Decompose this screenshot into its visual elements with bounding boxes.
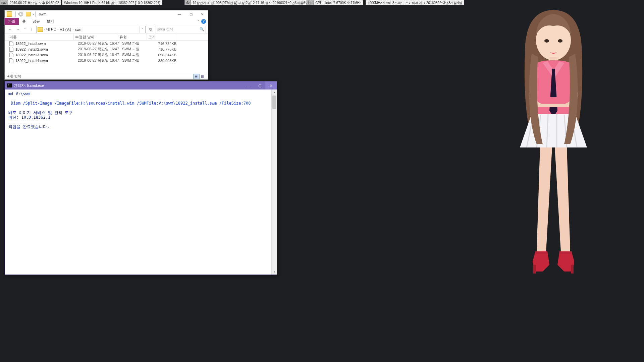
ribbon: 파일 홈 공유 보기 ˅ ? [5,18,208,25]
col-date[interactable]: 수정한 날짜 [74,34,118,40]
minimize-button[interactable]: — [174,10,185,18]
file-name: 18922_install4.swm [15,59,78,63]
search-icon[interactable]: 🔍 [200,27,204,32]
explorer-titlebar[interactable]: ▾ swm — ▢ ✕ [5,10,208,18]
scroll-up-icon[interactable]: ▴ [272,89,277,95]
up-button[interactable]: ↑ [28,26,35,33]
status-label: qaz [0,0,8,5]
scroll-thumb[interactable] [272,96,276,109]
svg-rect-6 [535,252,547,254]
col-type[interactable]: 유형 [118,34,147,40]
cmd-line: 배포 이미지 서비스 및 관리 도구 [8,110,273,115]
file-row[interactable]: 18922_install.swm 2019-06-27 목요일 16:47 S… [5,41,208,46]
wallpaper-character [503,3,604,275]
cmd-window: 관리자: 5.cmd.exe — ▢ ✕ md V:\swm Dism /Spl… [5,81,277,275]
cmd-line: 버전: 10.0.18362.1 [8,115,273,120]
breadcrumb[interactable]: swm [73,27,84,32]
folder-icon [7,11,12,17]
address-bar[interactable]: › 내 PC › V1 (V:) › swm ˅ [36,26,146,33]
file-list: 18922_install.swm 2019-06-27 목요일 16:47 S… [5,41,208,63]
file-date: 2019-06-27 목요일 16:47 [78,58,122,63]
view-icons-button[interactable]: ▦ [199,74,205,79]
address-row: ← → ˅ ↑ › 내 PC › V1 (V:) › swm ˅ ↻ swm 검… [5,25,208,34]
minimize-button[interactable]: — [243,81,254,89]
disk-icon[interactable] [18,12,23,16]
file-date: 2019-06-27 목요일 16:47 [78,52,122,57]
file-row[interactable]: 18922_install2.swm 2019-06-27 목요일 16:47 … [5,46,208,52]
file-icon [9,58,13,63]
window-title: 관리자: 5.cmd.exe [14,83,44,88]
refresh-button[interactable]: ↻ [147,26,154,33]
address-dropdown-icon[interactable]: ˅ [139,26,145,33]
maximize-button[interactable]: ▢ [185,10,197,18]
status-ihn: ihn CPU : Intel i7-6700K 4417MHz [307,0,363,5]
tab-view[interactable]: 보기 [43,18,57,25]
status-qaz: qaz 2019.06.27 목요일 오후 04:50:02 [0,0,61,5]
file-type: SWM 파일 [122,52,151,57]
svg-rect-3 [549,57,557,65]
forward-button[interactable]: → [15,26,21,33]
breadcrumb[interactable]: V1 (V:) [58,27,72,32]
status-windows: Windows 10 19H1 Pro K 64 bit 빌드:18362.20… [62,0,162,5]
file-row[interactable]: 18922_install3.swm 2019-06-27 목요일 16:47 … [5,52,208,58]
tab-share[interactable]: 공유 [29,18,43,25]
svg-point-2 [558,39,562,43]
file-size: 716,734KB [151,42,181,46]
col-name[interactable]: 이름 [8,34,74,40]
tab-file[interactable]: 파일 [5,18,19,25]
close-button[interactable]: ✕ [197,10,208,18]
file-icon [9,53,13,57]
file-size: 698,314KB [151,53,181,57]
back-button[interactable]: ← [7,26,13,33]
folder-icon [38,27,43,32]
status-value: CPU : Intel i7-6700K 4417MHz [314,0,363,5]
close-button[interactable]: ✕ [265,81,277,89]
cmd-line: Dism /Split-Image /ImageFile:H:\sources\… [8,101,273,106]
file-size: 339,995KB [151,59,181,63]
status-value: 2019.06.27 목요일 오후 04:50:02 [8,0,61,5]
status-label: rfv [184,0,191,5]
status-value: Windows 10 19H1 Pro K 64 bit 빌드:18362.20… [62,0,162,5]
svg-rect-5 [571,265,574,274]
svg-rect-4 [533,265,536,274]
svg-point-1 [544,39,549,43]
column-headers: 이름 수정한 날짜 유형 크기 [5,34,208,41]
status-value: 19상반기 버전1903[RTM년월] 부팅:2일12:17:16 설치:201… [191,0,311,5]
file-date: 2019-06-27 목요일 16:47 [78,41,122,46]
file-icon [9,47,13,52]
file-icon [9,41,13,46]
file-date: 2019-06-27 목요일 16:47 [78,47,122,52]
cmd-output[interactable]: md V:\swm Dism /Split-Image /ImageFile:H… [5,89,277,275]
file-type: SWM 파일 [122,58,151,63]
svg-point-0 [536,20,571,60]
window-title: swm [39,12,47,16]
scroll-down-icon[interactable]: ▾ [272,269,277,275]
svg-rect-7 [559,252,572,254]
folder-icon[interactable] [26,12,31,16]
breadcrumb[interactable]: 내 PC [45,27,57,32]
history-dropdown[interactable]: ˅ [23,26,27,33]
col-size[interactable]: 크기 [147,34,177,40]
file-type: SWM 파일 [122,41,151,46]
status-value: 4000MHz 4코어 8스레드 스카이레이크 20160322~3년3개월4일 [366,0,464,5]
statusbar: 4개 항목 ≣ ▦ [5,73,208,79]
qat-dropdown-icon[interactable]: ▾ [33,13,34,16]
help-icon[interactable]: ? [201,19,206,24]
file-name: 18922_install3.swm [15,53,78,57]
scrollbar[interactable]: ▴ ▾ [271,89,277,275]
tab-home[interactable]: 홈 [19,18,29,25]
ribbon-collapse-icon[interactable]: ˅ [198,20,199,23]
search-placeholder: swm 검색 [157,27,173,32]
cmd-line: 작업을 완료했습니다. [8,124,273,129]
file-name: 18922_install2.swm [15,47,78,51]
cmd-titlebar[interactable]: 관리자: 5.cmd.exe — ▢ ✕ [5,81,277,89]
maximize-button[interactable]: ▢ [254,81,265,89]
cmd-icon [7,83,12,87]
view-details-button[interactable]: ≣ [193,74,199,79]
search-input[interactable]: swm 검색 🔍 [156,26,206,33]
status-clock: 4000MHz 4코어 8스레드 스카이레이크 20160322~3년3개월4일 [366,0,464,5]
status-rfv: rfv 19상반기 버전1903[RTM년월] 부팅:2일12:17:16 설치… [184,0,311,5]
file-row[interactable]: 18922_install4.swm 2019-06-27 목요일 16:47 … [5,58,208,63]
cmd-line: md V:\swm [8,92,273,96]
file-size: 716,775KB [151,47,181,51]
